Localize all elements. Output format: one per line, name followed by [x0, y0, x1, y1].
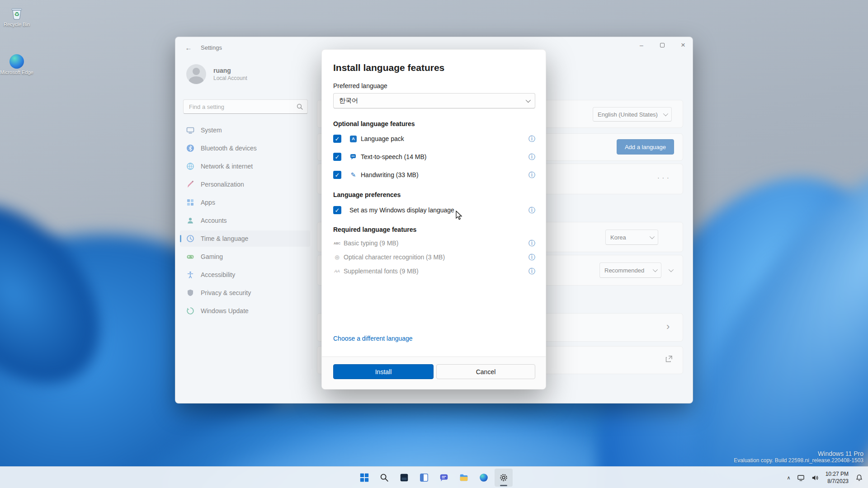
recycle-symbol-icon: ♻ [14, 11, 19, 18]
dialog-footer: Install Cancel [322, 357, 546, 389]
edge-icon [9, 54, 24, 69]
feature-row-handwriting: ✓ ✎ Handwriting (33 MB) ⓘ [333, 168, 535, 182]
task-view-button[interactable] [395, 469, 413, 487]
preferred-language-dropdown[interactable]: 한국어 [333, 93, 535, 108]
language-preferences-heading: Language preferences [333, 191, 401, 198]
taskbar: ∧ 10:27 PM 8/7/2023 [0, 466, 868, 488]
feature-label: Language pack [361, 135, 404, 142]
chat-bubble-icon [439, 473, 449, 483]
feature-label: Basic typing (9 MB) [344, 239, 398, 247]
desktop-icon-label: Recycle Bin [0, 22, 33, 28]
optional-features-heading: Optional language features [333, 120, 415, 127]
chevron-up-icon: ∧ [787, 475, 791, 481]
taskbar-clock[interactable]: 10:27 PM 8/7/2023 [823, 470, 851, 485]
info-icon[interactable]: ⓘ [528, 239, 535, 248]
info-icon[interactable]: ⓘ [528, 267, 535, 276]
taskbar-center-icons [355, 469, 513, 487]
clock-time: 10:27 PM [826, 470, 849, 478]
hidden-icons-button[interactable]: ∧ [785, 469, 793, 487]
install-button-label: Install [375, 368, 392, 375]
search-button[interactable] [375, 469, 393, 487]
network-icon [797, 474, 805, 482]
checkmark-icon: ✓ [335, 207, 340, 214]
required-features-heading: Required language features [333, 226, 416, 233]
system-tray: ∧ 10:27 PM 8/7/2023 [785, 467, 865, 488]
settings-button[interactable] [495, 469, 513, 487]
feature-row-supplemental-fonts: AA Supplemental fonts (9 MB) ⓘ [333, 264, 535, 278]
display-language-checkbox[interactable]: ✓ [333, 206, 341, 214]
fonts-icon: AA [333, 269, 341, 273]
preferred-language-value: 한국어 [339, 97, 358, 105]
bell-icon [855, 474, 863, 482]
basic-typing-icon: ABC [333, 242, 341, 245]
feature-label: Optical character recognition (3 MB) [344, 253, 445, 261]
gear-icon [499, 473, 509, 483]
choose-different-language-link[interactable]: Choose a different language [333, 335, 413, 342]
info-icon[interactable]: ⓘ [528, 253, 535, 262]
checkmark-icon: ✓ [335, 172, 340, 178]
feature-label: Handwriting (33 MB) [361, 171, 419, 178]
clock-date: 8/7/2023 [826, 478, 849, 485]
feature-row-text-to-speech: ✓ Text-to-speech (14 MB) ⓘ [333, 150, 535, 164]
file-explorer-icon [459, 473, 469, 483]
mouse-cursor [455, 211, 464, 221]
chat-button[interactable] [435, 469, 453, 487]
feature-row-basic-typing: ABC Basic typing (9 MB) ⓘ [333, 236, 535, 250]
evaluation-watermark: Windows 11 Pro Evaluation copy. Build 22… [734, 450, 863, 464]
text-to-speech-checkbox[interactable]: ✓ [333, 153, 341, 161]
start-button[interactable] [355, 469, 373, 487]
feature-label: Text-to-speech (14 MB) [361, 153, 427, 160]
feature-row-ocr: ◎ Optical character recognition (3 MB) ⓘ [333, 250, 535, 264]
edge-button[interactable] [475, 469, 493, 487]
info-icon[interactable]: ⓘ [528, 171, 535, 179]
search-icon [379, 473, 389, 483]
feature-row-language-pack: ✓ A Language pack ⓘ [333, 131, 535, 146]
ocr-icon: ◎ [333, 254, 341, 260]
info-icon[interactable]: ⓘ [528, 135, 535, 143]
preferred-language-label: Preferred language [333, 82, 387, 89]
checkmark-icon: ✓ [335, 154, 340, 160]
speaker-icon [811, 474, 819, 482]
feature-label: Supplemental fonts (9 MB) [344, 267, 419, 275]
windows-logo-icon [359, 473, 369, 483]
network-tray-button[interactable] [795, 469, 807, 487]
text-to-speech-icon [349, 153, 357, 161]
task-view-icon [399, 473, 409, 483]
watermark-build: Evaluation copy. Build 22598.ni_release.… [734, 457, 863, 464]
cancel-button[interactable]: Cancel [436, 364, 535, 379]
desktop-icon-microsoft-edge[interactable]: Microsoft Edge [0, 54, 33, 75]
dialog-title: Install language features [333, 62, 444, 73]
volume-tray-button[interactable] [809, 469, 821, 487]
edge-icon [479, 473, 489, 483]
feature-row-display-language: ✓ Set as my Windows display language ⓘ [333, 203, 535, 217]
info-icon[interactable]: ⓘ [528, 153, 535, 161]
checkmark-icon: ✓ [335, 136, 340, 142]
file-explorer-button[interactable] [455, 469, 473, 487]
install-button[interactable]: Install [333, 364, 434, 379]
feature-label: Set as my Windows display language [349, 206, 454, 214]
chevron-down-icon [526, 98, 531, 103]
desktop-icon-label: Microsoft Edge [0, 70, 33, 75]
notification-center-button[interactable] [853, 469, 865, 487]
handwriting-icon: ✎ [349, 171, 357, 179]
install-language-features-dialog: Install language features Preferred lang… [321, 49, 546, 389]
handwriting-checkbox[interactable]: ✓ [333, 171, 341, 179]
info-icon[interactable]: ⓘ [528, 206, 535, 215]
language-pack-checkbox[interactable]: ✓ [333, 135, 341, 143]
recycle-bin-icon: ♻ [9, 5, 24, 21]
desktop-icon-recycle-bin[interactable]: ♻ Recycle Bin [0, 5, 33, 28]
widgets-icon [419, 473, 429, 483]
widgets-button[interactable] [415, 469, 433, 487]
cancel-button-label: Cancel [476, 368, 496, 375]
language-pack-icon: A [349, 135, 357, 143]
watermark-edition: Windows 11 Pro [734, 450, 863, 457]
